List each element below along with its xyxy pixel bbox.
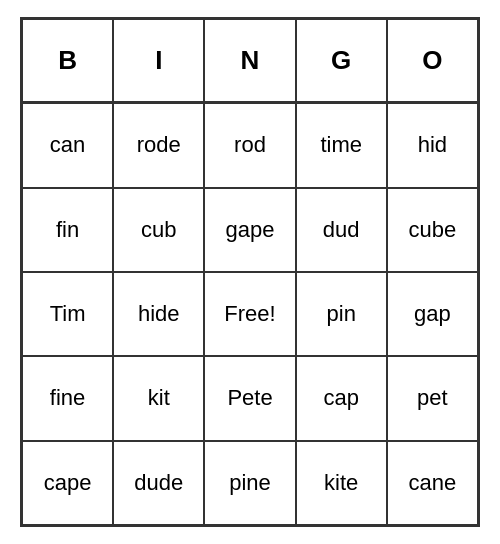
cell-4-4: cap <box>296 356 387 440</box>
bingo-row-3: Tim hide Free! pin gap <box>22 272 478 356</box>
cell-5-1: cape <box>22 441 113 525</box>
cell-4-2: kit <box>113 356 204 440</box>
cell-5-3: pine <box>204 441 295 525</box>
cell-1-1: can <box>22 103 113 187</box>
bingo-row-4: fine kit Pete cap pet <box>22 356 478 440</box>
header-i: I <box>113 19 204 103</box>
cell-4-1: fine <box>22 356 113 440</box>
cell-3-5: gap <box>387 272 478 356</box>
cell-3-3-free: Free! <box>204 272 295 356</box>
cell-5-2: dude <box>113 441 204 525</box>
cell-5-4: kite <box>296 441 387 525</box>
header-n: N <box>204 19 295 103</box>
cell-3-1: Tim <box>22 272 113 356</box>
header-b: B <box>22 19 113 103</box>
cell-1-5: hid <box>387 103 478 187</box>
cell-4-5: pet <box>387 356 478 440</box>
cell-5-5: cane <box>387 441 478 525</box>
cell-3-4: pin <box>296 272 387 356</box>
cell-2-2: cub <box>113 188 204 272</box>
bingo-header-row: B I N G O <box>22 19 478 103</box>
bingo-card: B I N G O can rode rod time hid fin cub … <box>20 17 480 527</box>
cell-2-1: fin <box>22 188 113 272</box>
bingo-row-1: can rode rod time hid <box>22 103 478 187</box>
cell-2-3: gape <box>204 188 295 272</box>
cell-1-3: rod <box>204 103 295 187</box>
header-g: G <box>296 19 387 103</box>
bingo-row-5: cape dude pine kite cane <box>22 441 478 525</box>
cell-4-3: Pete <box>204 356 295 440</box>
header-o: O <box>387 19 478 103</box>
cell-1-4: time <box>296 103 387 187</box>
cell-3-2: hide <box>113 272 204 356</box>
cell-2-4: dud <box>296 188 387 272</box>
cell-2-5: cube <box>387 188 478 272</box>
bingo-row-2: fin cub gape dud cube <box>22 188 478 272</box>
cell-1-2: rode <box>113 103 204 187</box>
